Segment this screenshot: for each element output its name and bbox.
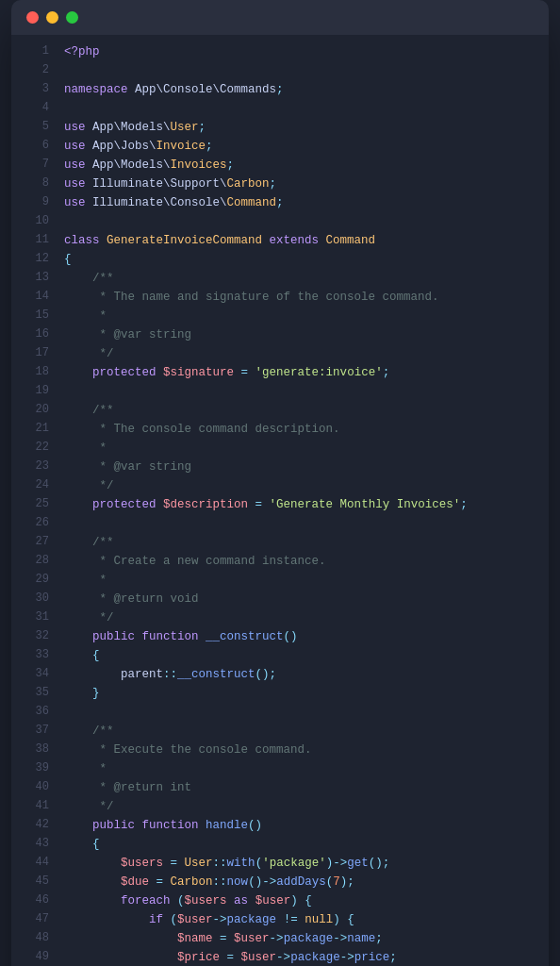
code-content: protected $description = 'Generate Month… <box>64 495 468 514</box>
line-number: 26 <box>23 514 49 532</box>
code-line: 34 parent::__construct(); <box>11 665 549 684</box>
code-content: */ <box>64 476 114 495</box>
code-line: 49 $price = $user->package->price; <box>11 948 549 966</box>
line-number: 44 <box>23 854 49 872</box>
minimize-button[interactable] <box>46 11 58 24</box>
line-number: 23 <box>23 458 49 475</box>
code-content: /** <box>64 269 114 288</box>
line-number: 10 <box>23 212 49 230</box>
line-number: 29 <box>23 571 49 589</box>
code-content: parent::__construct(); <box>64 665 276 684</box>
line-number: 1 <box>23 42 49 60</box>
code-content: use Illuminate\Console\Command; <box>64 193 284 212</box>
code-content: use App\Jobs\Invoice; <box>64 137 213 156</box>
line-number: 18 <box>23 363 49 381</box>
code-line: 25 protected $description = 'Generate Mo… <box>11 495 549 514</box>
line-number: 21 <box>23 420 49 438</box>
code-line: 4 <box>11 99 549 118</box>
code-line: 28 * Create a new command instance. <box>11 552 549 571</box>
editor-window: 1<?php23namespace App\Console\Commands;4… <box>11 0 549 966</box>
line-number: 35 <box>23 684 49 702</box>
line-number: 38 <box>23 741 49 758</box>
code-content: * Create a new command instance. <box>64 552 326 571</box>
code-content: /** <box>64 533 114 552</box>
line-number: 39 <box>23 759 49 777</box>
code-content: * @return void <box>64 590 199 608</box>
code-content: use Illuminate\Support\Carbon; <box>64 175 276 193</box>
code-line: 15 * <box>11 307 549 325</box>
maximize-button[interactable] <box>66 11 78 24</box>
code-line: 40 * @return int <box>11 778 549 797</box>
code-content: public function __construct() <box>64 627 298 646</box>
line-number: 16 <box>23 325 49 343</box>
code-content: protected $signature = 'generate:invoice… <box>64 363 389 382</box>
code-line: 16 * @var string <box>11 325 549 344</box>
code-line: 29 * <box>11 571 549 590</box>
line-number: 19 <box>23 382 49 400</box>
code-line: 10 <box>11 212 549 231</box>
line-number: 14 <box>23 288 49 306</box>
line-number: 40 <box>23 778 49 796</box>
code-content: * <box>64 571 107 590</box>
code-line: 24 */ <box>11 476 549 495</box>
code-line: 6use App\Jobs\Invoice; <box>11 137 549 156</box>
code-line: 12{ <box>11 250 549 269</box>
line-number: 48 <box>23 929 49 947</box>
code-line: 39 * <box>11 759 549 778</box>
code-content: */ <box>64 608 114 627</box>
code-line: 17 */ <box>11 344 549 363</box>
code-line: 22 * <box>11 439 549 458</box>
code-content: $name = $user->package->name; <box>64 929 383 948</box>
code-content: { <box>64 250 72 269</box>
code-content: * The console command description. <box>64 420 340 439</box>
code-content: namespace App\Console\Commands; <box>64 80 284 99</box>
code-line: 21 * The console command description. <box>11 420 549 439</box>
code-content: * @var string <box>64 458 191 476</box>
code-content: foreach ($users as $user) { <box>64 891 312 910</box>
line-number: 12 <box>23 250 49 268</box>
line-number: 3 <box>23 80 49 98</box>
code-line: 33 { <box>11 646 549 665</box>
code-content: class GenerateInvoiceCommand extends Com… <box>64 231 375 250</box>
code-line: 44 $users = User::with('package')->get()… <box>11 854 549 873</box>
code-line: 23 * @var string <box>11 458 549 476</box>
code-line: 3namespace App\Console\Commands; <box>11 80 549 99</box>
code-content: public function handle() <box>64 816 262 835</box>
code-content: $price = $user->package->price; <box>64 948 397 966</box>
code-content: /** <box>64 722 114 741</box>
line-number: 17 <box>23 344 49 362</box>
code-content: * The name and signature of the console … <box>64 288 439 307</box>
code-line: 26 <box>11 514 549 533</box>
code-line: 41 */ <box>11 797 549 816</box>
line-number: 11 <box>23 231 49 249</box>
line-number: 6 <box>23 137 49 155</box>
code-line: 43 { <box>11 835 549 854</box>
code-line: 27 /** <box>11 533 549 552</box>
code-content: use App\Models\Invoices; <box>64 156 234 175</box>
line-number: 43 <box>23 835 49 853</box>
code-line: 47 if ($user->package != null) { <box>11 910 549 929</box>
close-button[interactable] <box>26 11 39 24</box>
code-content: $users = User::with('package')->get(); <box>64 854 389 873</box>
line-number: 41 <box>23 797 49 815</box>
code-line: 20 /** <box>11 401 549 420</box>
code-content: */ <box>64 797 114 816</box>
code-line: 38 * Execute the console command. <box>11 741 549 759</box>
code-line: 45 $due = Carbon::now()->addDays(7); <box>11 873 549 891</box>
line-number: 4 <box>23 99 49 117</box>
line-number: 13 <box>23 269 49 287</box>
line-number: 7 <box>23 156 49 174</box>
line-number: 22 <box>23 439 49 457</box>
code-editor[interactable]: 1<?php23namespace App\Console\Commands;4… <box>11 35 549 966</box>
code-line: 19 <box>11 382 549 401</box>
line-number: 46 <box>23 891 49 909</box>
code-content: $due = Carbon::now()->addDays(7); <box>64 873 354 891</box>
line-number: 28 <box>23 552 49 570</box>
code-line: 7use App\Models\Invoices; <box>11 156 549 175</box>
line-number: 9 <box>23 193 49 211</box>
code-line: 46 foreach ($users as $user) { <box>11 891 549 910</box>
code-content: * <box>64 439 107 458</box>
code-line: 11class GenerateInvoiceCommand extends C… <box>11 231 549 250</box>
line-number: 8 <box>23 175 49 192</box>
line-number: 20 <box>23 401 49 419</box>
